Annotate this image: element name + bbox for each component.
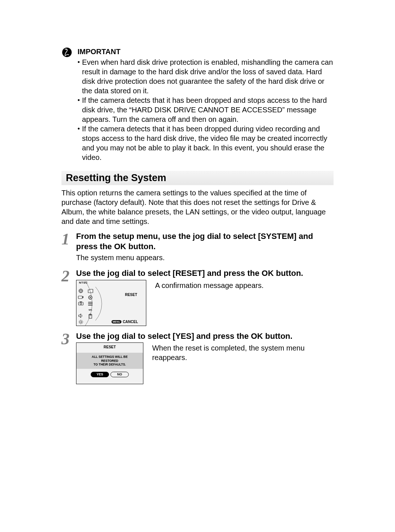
important-icon [61,47,72,59]
step-2: 2 Use the jog dial to select [RESET] and… [61,268,334,328]
svg-line-17 [82,320,82,321]
list-icon [87,301,93,307]
step-media: NTSC [76,280,334,326]
menu-cancel-row: MENU CANCEL [112,320,138,324]
svg-line-16 [79,323,80,323]
document-page: IMPORTANT • Even when hard disk drive pr… [0,0,395,532]
step-number: 2 [61,268,76,284]
bullet-text: If the camera detects that it has been d… [82,124,334,162]
network-icon [87,295,93,300]
menu-icon-column-2: ver. [87,288,93,319]
trash-icon [87,313,93,319]
important-content: IMPORTANT • Even when hard disk drive pr… [78,48,334,162]
version-icon: ver. [87,307,93,313]
folder-icon [87,288,93,294]
svg-rect-7 [80,301,82,302]
svg-rect-3 [78,296,82,299]
bullet-item: • Even when hard disk drive protection i… [78,57,334,95]
bullet-item: • If the camera detects that it has been… [78,124,334,162]
step-body: From the setup menu, use the jog dial to… [76,231,334,265]
dialog-buttons: YES NO [91,372,129,377]
svg-rect-24 [89,315,92,318]
step-number: 3 [61,331,76,347]
speaker-icon [78,313,84,319]
step-note: The system menu appears. [76,253,334,262]
blank-icon [78,282,84,288]
dialog-title: RESET [104,345,116,349]
bullet-dot-icon: • [78,125,80,133]
blank-icon [78,307,84,312]
svg-point-9 [80,321,82,323]
step-media: RESET ALL SETTINGS WILL BE RESTORED TO T… [76,342,334,384]
step-media-text: A confirmation message appears. [155,280,334,290]
menu-reset-label: RESET [125,293,137,297]
brightness-icon [78,319,84,325]
menu-pill-icon: MENU [112,320,121,323]
step-title: Use the jog dial to select [YES] and pre… [76,331,334,341]
menu-icon-column-1 [78,282,84,325]
step-3: 3 Use the jog dial to select [YES] and p… [61,331,334,387]
step-title: From the setup menu, use the jog dial to… [76,231,334,251]
step-1: 1 From the setup menu, use the jog dial … [61,231,334,265]
step-title: Use the jog dial to select [RESET] and p… [76,268,334,278]
dialog-message-line: ALL SETTINGS WILL BE [78,355,142,359]
dialog-message-line: RESTORED [78,359,142,363]
dialog-yes-button: YES [91,372,109,377]
step-media-text: When the reset is completed, the system … [152,342,334,362]
bullet-dot-icon: • [78,96,80,105]
camera2-icon [78,300,84,306]
dialog-no-button: NO [110,372,129,377]
svg-rect-26 [90,314,91,315]
step-number: 1 [61,231,76,247]
bullet-item: • If the camera detects that it has been… [78,95,334,124]
reset-dialog-screenshot: RESET ALL SETTINGS WILL BE RESTORED TO T… [76,342,143,384]
step-body: Use the jog dial to select [YES] and pre… [76,331,334,387]
svg-marker-8 [79,314,81,318]
camera-icon [78,294,84,300]
svg-point-20 [90,297,91,298]
important-label: IMPORTANT [78,48,334,56]
svg-line-14 [79,320,80,321]
step-body: Use the jog dial to select [RESET] and p… [76,268,334,328]
bullet-dot-icon: • [78,58,80,67]
camera-menu-screenshot: NTSC [76,280,146,326]
svg-line-15 [82,323,82,323]
intro-paragraph: This option returns the camera settings … [61,188,334,226]
dialog-message-line: TO THEIR DEFAULTS. [78,363,142,367]
bullet-text: If the camera detects that it has been d… [82,95,334,124]
section-heading: Resetting the System [61,171,334,185]
cancel-label: CANCEL [123,320,138,324]
important-block: IMPORTANT • Even when hard disk drive pr… [61,48,334,162]
dialog-message: ALL SETTINGS WILL BE RESTORED TO THEIR D… [76,353,143,369]
important-bullets: • Even when hard disk drive protection i… [78,57,334,162]
svg-point-6 [80,303,82,304]
globe-icon [78,288,84,294]
bullet-text: Even when hard disk drive protection is … [82,57,334,95]
